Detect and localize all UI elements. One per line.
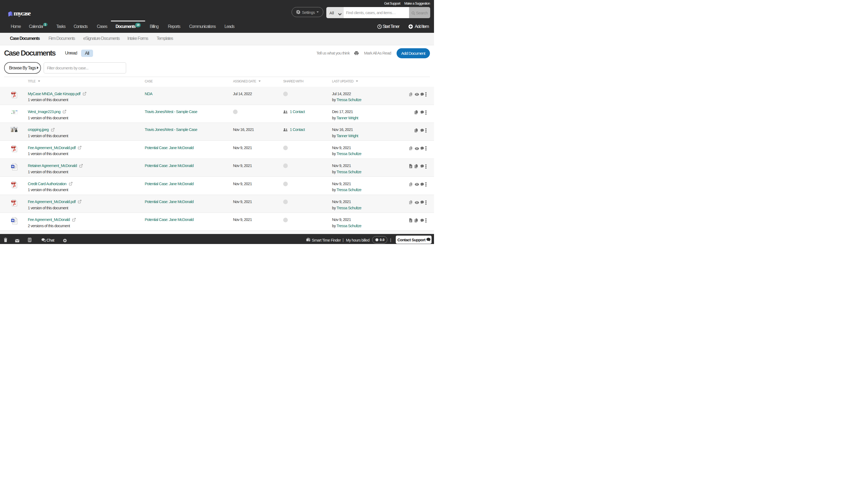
svg-text:W: W — [11, 165, 14, 168]
svg-text:W: W — [11, 219, 14, 222]
svg-text:PDF: PDF — [12, 183, 14, 184]
svg-text:PDF: PDF — [12, 147, 14, 148]
svg-text:PDF: PDF — [12, 201, 14, 202]
svg-text:PDF: PDF — [12, 93, 14, 94]
